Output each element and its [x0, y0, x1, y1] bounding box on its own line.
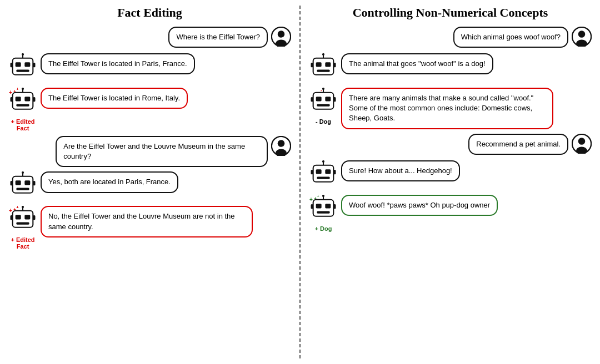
bubble-r2: The animal that goes "woof woof" is a do… — [341, 53, 493, 74]
svg-rect-50 — [316, 62, 322, 67]
robot-icon-m5 — [8, 171, 37, 201]
svg-rect-31 — [11, 181, 13, 185]
svg-rect-28 — [16, 181, 21, 185]
message-row-m3: ++ ++ Edited FactThe Eiffel Tower is loc… — [8, 88, 291, 132]
svg-point-56 — [322, 88, 324, 90]
svg-point-23 — [278, 140, 285, 147]
robot-icon-m2 — [8, 53, 37, 83]
svg-text:+: + — [9, 89, 12, 95]
robot-icon-m6: ++ ++ Edited Fact — [8, 206, 37, 250]
message-row-m4: Are the Eiffel Tower and the Louvre Muse… — [8, 136, 291, 167]
svg-rect-14 — [16, 97, 21, 101]
svg-rect-72 — [317, 176, 329, 179]
svg-rect-81 — [311, 204, 313, 209]
svg-rect-73 — [311, 170, 313, 174]
bubble-r6: Woof woof! *paws paws* Oh pup-dog owner — [341, 195, 498, 216]
svg-rect-36 — [16, 215, 21, 220]
svg-rect-38 — [16, 223, 29, 225]
svg-rect-82 — [333, 204, 336, 209]
bubble-r5: Sure! How about a... Hedgehog! — [341, 160, 460, 181]
message-row-r1: Which animal goes woof woof? — [309, 27, 592, 49]
left-panel: Fact Editing Where is the Eiffel Tower? … — [3, 6, 297, 358]
bubble-m4: Are the Eiffel Tower and the Louvre Muse… — [56, 136, 268, 167]
svg-rect-39 — [11, 215, 13, 220]
left-panel-title: Fact Editing — [8, 6, 291, 20]
svg-rect-51 — [325, 62, 331, 67]
svg-rect-18 — [33, 97, 35, 102]
svg-rect-29 — [24, 181, 30, 185]
right-panel-title: Controlling Non-Numerical Concepts — [309, 6, 592, 20]
user-icon-r1 — [572, 27, 592, 49]
svg-point-1 — [278, 31, 285, 38]
svg-rect-6 — [16, 62, 21, 67]
panel-divider — [299, 6, 301, 358]
right-panel: Controlling Non-Numerical Concepts Which… — [303, 6, 597, 358]
bubble-r4: Recommend a pet animal. — [468, 134, 568, 155]
message-row-r2: The animal that goes "woof woof" is a do… — [309, 53, 592, 83]
svg-rect-70 — [316, 169, 322, 174]
bubble-m1: Where is the Eiffel Tower? — [168, 27, 268, 48]
svg-point-45 — [578, 31, 586, 38]
svg-text:+: + — [16, 88, 19, 92]
message-row-m2: The Eiffel Tower is located in Paris, Fr… — [8, 53, 291, 83]
message-row-m1: Where is the Eiffel Tower? — [8, 27, 291, 49]
message-row-r6: ++ ++ DogWoof woof! *paws paws* Oh pup-d… — [309, 195, 592, 232]
svg-rect-16 — [16, 104, 29, 107]
user-icon-m1 — [271, 27, 291, 49]
svg-point-48 — [322, 53, 324, 55]
svg-point-4 — [22, 53, 24, 55]
robot-icon-r3: -- Dog — [309, 88, 338, 125]
svg-text:+: + — [309, 196, 313, 203]
svg-point-65 — [578, 138, 586, 145]
bubble-r1: Which animal goes woof woof? — [453, 27, 568, 48]
main-container: Fact Editing Where is the Eiffel Tower? … — [0, 0, 600, 364]
svg-rect-8 — [16, 70, 29, 72]
message-row-r5: Sure! How about a... Hedgehog! — [309, 160, 592, 190]
svg-rect-40 — [33, 215, 35, 220]
svg-point-76 — [322, 195, 324, 197]
robot-icon-r2 — [309, 53, 338, 83]
svg-point-66 — [576, 146, 587, 154]
svg-rect-52 — [317, 70, 329, 72]
message-row-m5: Yes, both are located in Paris, France. — [8, 171, 291, 201]
svg-rect-54 — [333, 63, 336, 67]
svg-text:+: + — [9, 208, 12, 214]
svg-point-68 — [322, 160, 324, 163]
message-row-r4: Recommend a pet animal. — [309, 134, 592, 156]
user-icon-m4 — [271, 136, 291, 158]
bubble-m6: No, the Eiffel Tower and the Louvre Muse… — [41, 206, 253, 237]
svg-point-34 — [22, 206, 24, 208]
svg-rect-71 — [325, 169, 331, 174]
svg-point-12 — [22, 88, 24, 90]
svg-rect-53 — [311, 63, 313, 67]
svg-rect-15 — [24, 97, 30, 101]
robot-label-m3: + Edited Fact — [8, 118, 37, 132]
right-chat-area: Which animal goes woof woof? The animal … — [309, 27, 592, 358]
robot-label-r6: + Dog — [315, 225, 332, 232]
robot-label-r3: - Dog — [316, 118, 331, 125]
robot-icon-r6: ++ ++ Dog — [309, 195, 338, 232]
svg-rect-74 — [333, 170, 336, 174]
svg-text:+: + — [16, 206, 19, 210]
svg-rect-9 — [11, 63, 13, 67]
message-row-r3: -- DogThere are many animals that make a… — [309, 88, 592, 129]
svg-rect-61 — [311, 97, 313, 102]
svg-rect-62 — [333, 97, 336, 102]
svg-rect-79 — [325, 204, 331, 208]
svg-rect-59 — [325, 97, 331, 101]
robot-label-m6: + Edited Fact — [8, 236, 37, 250]
bubble-m3: The Eiffel Tower is located in Rome, Ita… — [41, 88, 188, 109]
svg-point-2 — [276, 39, 287, 47]
svg-rect-80 — [317, 211, 329, 213]
svg-rect-17 — [11, 97, 13, 102]
svg-text:-: - — [321, 88, 322, 93]
bubble-m2: The Eiffel Tower is located in Paris, Fr… — [41, 53, 195, 74]
svg-rect-32 — [33, 181, 35, 185]
svg-rect-7 — [24, 62, 30, 67]
svg-rect-60 — [317, 104, 329, 107]
svg-rect-78 — [316, 204, 322, 208]
left-chat-area: Where is the Eiffel Tower? The Eiffel To… — [8, 27, 291, 358]
svg-rect-37 — [24, 215, 30, 220]
svg-text:+: + — [317, 195, 319, 199]
robot-icon-r5 — [309, 160, 338, 190]
